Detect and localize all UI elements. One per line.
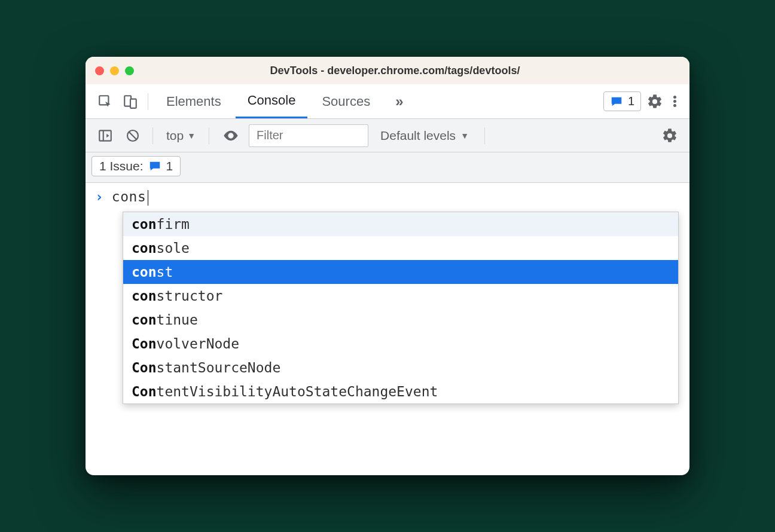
filter-input[interactable] [249, 124, 368, 147]
text-cursor [148, 190, 148, 206]
live-expression-button[interactable] [218, 127, 244, 144]
autocomplete-item[interactable]: const [123, 260, 678, 284]
maximize-window-button[interactable] [125, 66, 134, 75]
toggle-sidebar-button[interactable] [94, 124, 117, 147]
tab-console[interactable]: Console [236, 85, 308, 118]
clear-icon [126, 129, 140, 143]
main-tabs-toolbar: Elements Console Sources » 1 [86, 84, 689, 119]
tab-elements[interactable]: Elements [154, 85, 233, 118]
prompt-chevron-icon: › [95, 189, 103, 204]
issues-count: 1 [166, 159, 173, 173]
gear-icon [646, 93, 663, 110]
divider [148, 93, 148, 110]
divider [152, 127, 153, 144]
divider [484, 127, 485, 144]
console-body: › cons confirmconsoleconstconstructorcon… [86, 183, 689, 210]
autocomplete-item[interactable]: continue [123, 308, 678, 332]
devtools-window: DevTools - developer.chrome.com/tags/dev… [86, 57, 689, 475]
autocomplete-item[interactable]: ContentVisibilityAutoStateChangeEvent [123, 380, 678, 403]
execution-context-selector[interactable]: top ▼ [161, 129, 200, 143]
divider [209, 127, 209, 144]
eye-icon [222, 127, 239, 144]
issues-label: 1 Issue: [99, 159, 144, 173]
svg-point-8 [230, 134, 233, 137]
console-toolbar: top ▼ Default levels ▼ [86, 119, 689, 152]
speech-bubble-icon [610, 95, 623, 108]
autocomplete-item[interactable]: ConstantSourceNode [123, 356, 678, 380]
settings-button[interactable] [643, 90, 666, 113]
console-settings-button[interactable] [658, 124, 681, 147]
autocomplete-item[interactable]: confirm [123, 212, 678, 236]
issues-bar: 1 Issue: 1 [86, 152, 689, 183]
speech-bubble-icon [148, 160, 161, 173]
window-title: DevTools - developer.chrome.com/tags/dev… [146, 65, 644, 77]
svg-rect-3 [99, 130, 111, 140]
inspect-element-icon[interactable] [94, 90, 117, 113]
autocomplete-popup: confirmconsoleconstconstructorcontinueCo… [123, 212, 679, 404]
minimize-window-button[interactable] [110, 66, 119, 75]
levels-label: Default levels [380, 129, 456, 143]
autocomplete-item[interactable]: console [123, 236, 678, 260]
log-levels-selector[interactable]: Default levels ▼ [373, 129, 476, 143]
svg-line-7 [129, 132, 136, 139]
prompt-input-text[interactable]: cons [112, 189, 146, 204]
context-label: top [166, 129, 184, 143]
close-window-button[interactable] [95, 66, 104, 75]
more-options-button[interactable] [669, 96, 681, 107]
more-tabs-button[interactable]: » [385, 93, 414, 110]
tab-sources[interactable]: Sources [310, 85, 382, 118]
console-prompt[interactable]: › cons [86, 183, 689, 210]
window-controls [95, 66, 134, 75]
clear-console-button[interactable] [121, 124, 144, 147]
svg-marker-5 [106, 133, 109, 137]
dropdown-triangle-icon: ▼ [460, 131, 469, 140]
gear-icon [661, 127, 678, 144]
autocomplete-item[interactable]: ConvolverNode [123, 332, 678, 356]
svg-rect-2 [130, 99, 136, 108]
issues-chip[interactable]: 1 Issue: 1 [91, 156, 181, 176]
issues-badge[interactable]: 1 [603, 91, 641, 111]
autocomplete-item[interactable]: constructor [123, 284, 678, 308]
issues-badge-count: 1 [628, 94, 634, 108]
dropdown-triangle-icon: ▼ [187, 131, 196, 140]
titlebar: DevTools - developer.chrome.com/tags/dev… [86, 57, 689, 84]
device-toggle-icon[interactable] [119, 90, 142, 113]
